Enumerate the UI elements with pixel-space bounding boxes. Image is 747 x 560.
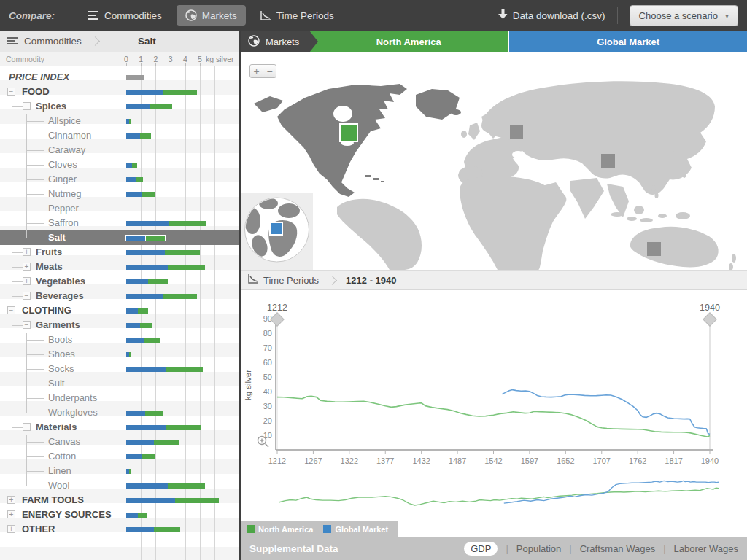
price-bars [126, 469, 131, 474]
tree-row-canvas[interactable]: Canvas [0, 435, 239, 449]
legend-item-global-market[interactable]: Global Market [323, 525, 388, 534]
tree-row-cotton[interactable]: Cotton [0, 449, 239, 464]
legend-item-north-america[interactable]: North America [247, 525, 313, 534]
tree-guide [12, 332, 12, 347]
expand-icon[interactable]: + [7, 496, 15, 504]
market-marker-australia[interactable] [647, 242, 661, 256]
market-marker-north-america-selected[interactable] [340, 124, 357, 141]
tree-row-farm-tools[interactable]: +FARM TOOLS [0, 493, 239, 508]
x-tick-label: 1432 [412, 456, 430, 465]
tab-time-periods[interactable]: Time Periods [252, 6, 343, 26]
tree-row-cloves[interactable]: Cloves [0, 158, 239, 172]
expand-icon[interactable]: + [23, 262, 31, 271]
collapse-icon[interactable]: − [7, 88, 15, 96]
scale-unit-label: kg silver [206, 55, 234, 63]
tree-row-suit[interactable]: Suit [0, 376, 239, 391]
expand-icon[interactable]: + [23, 248, 31, 256]
world-map-area: + − [241, 52, 747, 270]
collapse-icon[interactable]: − [7, 306, 15, 314]
tree-row-materials[interactable]: −Materials [0, 420, 239, 435]
tree-row-label: ENERGY SOURCES [22, 508, 112, 522]
price-bar-north-america [129, 119, 131, 124]
market-marker-asia[interactable] [601, 154, 615, 168]
price-bar-north-america [154, 440, 179, 445]
x-tick-label: 1940 [701, 456, 719, 465]
tree-row-vegetables[interactable]: +Vegetables [0, 274, 239, 289]
supplemental-option-laborer-wages[interactable]: Laborer Wages [674, 543, 738, 554]
tab-north-america[interactable]: North America [309, 31, 508, 52]
world-map[interactable] [241, 52, 746, 270]
map-zoom-out-button[interactable]: − [263, 64, 276, 78]
time-periods-label[interactable]: Time Periods [263, 275, 319, 286]
tree-row-energy-sources[interactable]: +ENERGY SOURCES [0, 508, 239, 522]
tree-row-nutmeg[interactable]: Nutmeg [0, 187, 239, 201]
tree-row-allspice[interactable]: Allspice [0, 114, 239, 128]
supplemental-option-population[interactable]: Population [516, 543, 561, 554]
compare-label: Compare: [9, 10, 55, 21]
collapse-icon[interactable]: − [23, 321, 31, 329]
collapse-icon[interactable]: − [23, 423, 31, 431]
tree-row-beverages[interactable]: −Beverages [0, 289, 239, 303]
price-bar-global-market [126, 90, 163, 95]
tree-row-linen[interactable]: Linen [0, 464, 239, 478]
globe-viewport-marker[interactable] [270, 222, 282, 235]
list-icon [7, 37, 18, 45]
tab-markets[interactable]: Markets [177, 5, 246, 26]
tree-row-cinnamon[interactable]: Cinnamon [0, 128, 239, 143]
tree-row-label: Fruits [36, 245, 62, 260]
market-marker-europe-russia[interactable] [510, 125, 523, 139]
tree-guide [12, 427, 23, 428]
price-bar-global-market [126, 338, 144, 343]
tree-row-wool[interactable]: Wool [0, 478, 239, 493]
choose-scenario-button[interactable]: Choose a scenario ▾ [630, 5, 738, 26]
continent-south-america [337, 199, 422, 270]
chevron-right-icon [90, 36, 100, 46]
expand-icon[interactable]: + [23, 277, 31, 285]
tree-guide [26, 165, 44, 166]
markets-header: Markets North America Global Market [241, 31, 747, 52]
tree-row-food[interactable]: −FOOD [0, 85, 239, 99]
tree-row-garments[interactable]: −Garments [0, 318, 239, 332]
tree-guide [12, 187, 12, 201]
tree-row-pepper[interactable]: Pepper [0, 201, 239, 216]
tree-row-saffron[interactable]: Saffron [0, 216, 239, 230]
collapse-icon[interactable]: − [23, 102, 31, 110]
tree-row-spices[interactable]: −Spices [0, 99, 239, 114]
tree-row-meats[interactable]: +Meats [0, 260, 239, 274]
tree-row-socks[interactable]: Socks [0, 362, 239, 376]
tree-row-other[interactable]: +OTHER [0, 522, 239, 537]
tree-row-label: CLOTHING [22, 303, 71, 318]
tree-row-underpants[interactable]: Underpants [0, 391, 239, 405]
collapse-icon[interactable]: − [23, 292, 31, 300]
expand-icon[interactable]: + [7, 525, 15, 533]
map-zoom-in-button[interactable]: + [249, 64, 263, 78]
tree-guide [26, 486, 44, 486]
tree-row-price-index[interactable]: PRICE INDEX [0, 70, 239, 85]
tree-guide [12, 230, 12, 245]
supplemental-option-gdp[interactable]: GDP [464, 542, 498, 556]
tree-guide [12, 114, 12, 128]
tab-global-market[interactable]: Global Market [508, 31, 747, 52]
range-slider-handle-end[interactable] [703, 313, 716, 326]
tree-row-boots[interactable]: Boots [0, 332, 239, 347]
supplemental-option-craftsman-wages[interactable]: Craftsman Wages [580, 543, 656, 554]
range-slider-handle-start[interactable] [271, 313, 284, 326]
data-download-button[interactable]: Data download (.csv) [498, 9, 605, 22]
tree-row-caraway[interactable]: Caraway [0, 143, 239, 158]
markets-breadcrumb[interactable]: Markets [241, 31, 309, 52]
legend-row: North AmericaGlobal Market [241, 521, 398, 537]
tree-guide [12, 289, 12, 296]
tree-row-workgloves[interactable]: Workgloves [0, 405, 239, 420]
breadcrumb-commodities[interactable]: Commodities [24, 36, 82, 47]
price-line-chart[interactable]: 1020304050607080901212126713221377143214… [241, 290, 746, 521]
tab-commodities[interactable]: Commodities [80, 6, 171, 26]
tree-row-salt[interactable]: Salt [0, 230, 239, 245]
tree-row-ginger[interactable]: Ginger [0, 172, 239, 187]
price-bar-index [126, 75, 144, 80]
tree-guide [12, 201, 12, 216]
tree-row-fruits[interactable]: +Fruits [0, 245, 239, 260]
tree-row-clothing[interactable]: −CLOTHING [0, 303, 239, 318]
tree-row-shoes[interactable]: Shoes [0, 347, 239, 362]
globe-overview-inset[interactable] [241, 193, 313, 270]
expand-icon[interactable]: + [7, 510, 15, 518]
